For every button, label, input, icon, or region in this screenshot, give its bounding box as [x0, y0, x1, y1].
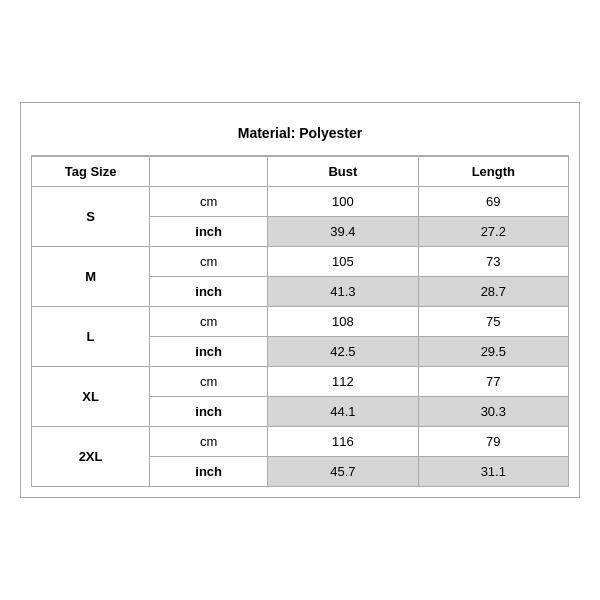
- unit-cm: cm: [150, 427, 268, 457]
- bust-cm: 100: [268, 187, 418, 217]
- bust-inch: 42.5: [268, 337, 418, 367]
- length-cm: 77: [418, 367, 568, 397]
- size-cell: M: [32, 247, 150, 307]
- unit-cm: cm: [150, 187, 268, 217]
- length-cm: 75: [418, 307, 568, 337]
- size-cell: L: [32, 307, 150, 367]
- size-table: Tag Size Bust Length Scm10069inch39.427.…: [31, 156, 569, 487]
- length-inch: 31.1: [418, 457, 568, 487]
- length-inch: 27.2: [418, 217, 568, 247]
- unit-cm: cm: [150, 247, 268, 277]
- chart-title: Material: Polyester: [31, 113, 569, 156]
- unit-inch: inch: [150, 397, 268, 427]
- length-cm: 73: [418, 247, 568, 277]
- size-cell: 2XL: [32, 427, 150, 487]
- bust-cm: 112: [268, 367, 418, 397]
- bust-inch: 39.4: [268, 217, 418, 247]
- length-inch: 28.7: [418, 277, 568, 307]
- table-row: Lcm10875: [32, 307, 569, 337]
- length-inch: 30.3: [418, 397, 568, 427]
- header-tag-size: Tag Size: [32, 157, 150, 187]
- header-bust: Bust: [268, 157, 418, 187]
- table-row: XLcm11277: [32, 367, 569, 397]
- unit-cm: cm: [150, 367, 268, 397]
- size-cell: S: [32, 187, 150, 247]
- unit-cm: cm: [150, 307, 268, 337]
- header-unit: [150, 157, 268, 187]
- unit-inch: inch: [150, 277, 268, 307]
- bust-inch: 44.1: [268, 397, 418, 427]
- header-length: Length: [418, 157, 568, 187]
- bust-cm: 105: [268, 247, 418, 277]
- bust-inch: 45.7: [268, 457, 418, 487]
- table-row: 2XLcm11679: [32, 427, 569, 457]
- bust-cm: 116: [268, 427, 418, 457]
- table-row: Mcm10573: [32, 247, 569, 277]
- bust-inch: 41.3: [268, 277, 418, 307]
- size-cell: XL: [32, 367, 150, 427]
- unit-inch: inch: [150, 457, 268, 487]
- unit-inch: inch: [150, 217, 268, 247]
- unit-inch: inch: [150, 337, 268, 367]
- bust-cm: 108: [268, 307, 418, 337]
- length-cm: 79: [418, 427, 568, 457]
- size-chart-container: Material: Polyester Tag Size Bust Length…: [20, 102, 580, 498]
- table-row: Scm10069: [32, 187, 569, 217]
- length-inch: 29.5: [418, 337, 568, 367]
- length-cm: 69: [418, 187, 568, 217]
